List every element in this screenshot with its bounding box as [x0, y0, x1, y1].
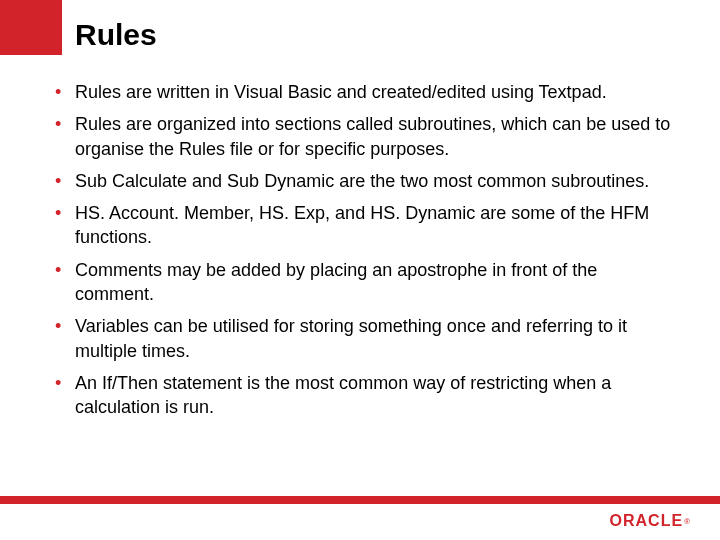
- bullet-item: HS. Account. Member, HS. Exp, and HS. Dy…: [55, 201, 680, 250]
- bullet-item: Variables can be utilised for storing so…: [55, 314, 680, 363]
- bullet-list: Rules are written in Visual Basic and cr…: [55, 80, 680, 420]
- bullet-item: Rules are written in Visual Basic and cr…: [55, 80, 680, 104]
- bullet-item: An If/Then statement is the most common …: [55, 371, 680, 420]
- registered-mark: ®: [684, 517, 690, 526]
- header-accent-block: [0, 0, 62, 55]
- footer-accent-bar: [0, 496, 720, 504]
- bullet-item: Comments may be added by placing an apos…: [55, 258, 680, 307]
- slide-title: Rules: [75, 18, 157, 52]
- oracle-logo: ORACLE ®: [610, 512, 690, 530]
- bullet-item: Sub Calculate and Sub Dynamic are the tw…: [55, 169, 680, 193]
- logo-text: ORACLE: [610, 512, 684, 530]
- slide-content: Rules are written in Visual Basic and cr…: [55, 80, 680, 428]
- bullet-item: Rules are organized into sections called…: [55, 112, 680, 161]
